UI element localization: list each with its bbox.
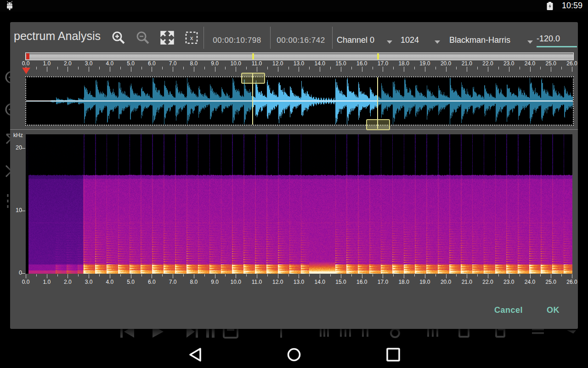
time-tick-label: 8.0 bbox=[190, 60, 198, 67]
time-tick-major bbox=[488, 274, 488, 278]
time-tick-label: 5.0 bbox=[127, 279, 135, 285]
time-tick-minor bbox=[225, 67, 226, 69]
time-tick-label: 6.0 bbox=[148, 279, 156, 285]
time-tick-minor bbox=[414, 67, 415, 69]
time-tick-major bbox=[194, 67, 194, 72]
selection-end-time[interactable]: 00:00:16:742 bbox=[271, 36, 331, 45]
time-tick-minor bbox=[267, 67, 268, 69]
playhead-marker[interactable] bbox=[22, 68, 30, 74]
time-tick-major bbox=[257, 67, 257, 72]
time-tick-label: 4.0 bbox=[106, 60, 114, 67]
time-tick-minor bbox=[288, 67, 289, 69]
time-tick-label: 24.0 bbox=[525, 279, 535, 285]
time-tick-minor bbox=[141, 67, 142, 69]
time-tick-major bbox=[47, 67, 47, 72]
zoom-out-icon[interactable] bbox=[135, 30, 151, 46]
recents-button[interactable] bbox=[385, 347, 401, 362]
time-tick-label: 7.0 bbox=[169, 60, 177, 67]
time-tick-label: 10.0 bbox=[231, 60, 241, 67]
scrollbar-position-marker[interactable] bbox=[26, 53, 29, 59]
time-tick-minor bbox=[561, 274, 562, 276]
time-tick-major bbox=[320, 67, 320, 72]
cancel-button[interactable]: Cancel bbox=[488, 302, 529, 318]
time-tick-major bbox=[320, 274, 320, 278]
time-tick-major bbox=[530, 67, 531, 72]
time-tick-minor bbox=[540, 67, 541, 69]
time-tick-label: 7.0 bbox=[169, 279, 177, 285]
waveform-canvas[interactable] bbox=[26, 77, 573, 125]
time-tick-major bbox=[467, 274, 467, 278]
time-tick-minor bbox=[225, 274, 226, 276]
zoom-fit-icon[interactable] bbox=[159, 30, 175, 46]
time-tick-label: 0.0 bbox=[22, 60, 30, 67]
time-tick-minor bbox=[351, 67, 352, 69]
freq-tick-mark bbox=[22, 211, 25, 211]
selection-start-handle[interactable] bbox=[241, 73, 265, 84]
chevron-down-icon[interactable] bbox=[435, 40, 440, 44]
time-tick-label: 13.0 bbox=[294, 279, 304, 285]
zoom-selection-icon[interactable]: x bbox=[184, 30, 199, 46]
screen: 10:59 bbox=[0, 0, 588, 368]
time-tick-label: 2.0 bbox=[64, 279, 72, 285]
zoom-in-icon[interactable] bbox=[111, 30, 126, 46]
time-tick-minor bbox=[393, 274, 394, 276]
selection-end-handle[interactable] bbox=[366, 119, 390, 130]
time-tick-minor bbox=[183, 67, 184, 69]
selection-start-time[interactable]: 00:00:10:798 bbox=[205, 36, 269, 45]
time-tick-label: 20.0 bbox=[441, 279, 451, 285]
spectrogram-canvas bbox=[26, 134, 572, 274]
home-button[interactable] bbox=[286, 347, 302, 362]
time-tick-label: 15.0 bbox=[335, 279, 346, 285]
time-tick-minor bbox=[99, 67, 100, 69]
android-bugdroid-icon bbox=[5, 1, 15, 11]
time-tick-major bbox=[341, 274, 341, 278]
fft-size-dropdown[interactable]: 1024 bbox=[401, 35, 419, 45]
time-tick-minor bbox=[393, 67, 394, 69]
scrollbar-selection-end-mark bbox=[377, 53, 379, 59]
time-tick-label: 13.0 bbox=[294, 60, 304, 67]
time-tick-label: 4.0 bbox=[106, 279, 114, 285]
db-floor-input[interactable]: -120.0 bbox=[537, 34, 577, 47]
time-tick-label: 18.0 bbox=[398, 60, 409, 67]
time-tick-minor bbox=[520, 67, 520, 69]
android-navigation-bar bbox=[0, 339, 588, 368]
time-tick-minor bbox=[36, 274, 37, 276]
time-tick-label: 16.0 bbox=[356, 279, 367, 285]
timeline-scrollbar[interactable] bbox=[25, 52, 574, 60]
time-tick-label: 9.0 bbox=[211, 60, 219, 67]
time-tick-label: 1.0 bbox=[43, 279, 51, 285]
time-tick-major bbox=[215, 274, 215, 278]
time-tick-major bbox=[404, 67, 404, 72]
back-button[interactable] bbox=[186, 347, 204, 362]
time-tick-label: 15.0 bbox=[335, 60, 346, 67]
time-tick-minor bbox=[141, 274, 142, 276]
waveform-panel[interactable] bbox=[25, 76, 574, 126]
time-tick-major bbox=[572, 274, 572, 278]
time-tick-major bbox=[404, 274, 404, 278]
ok-button[interactable]: OK bbox=[539, 302, 567, 318]
window-function-dropdown[interactable]: Blackman-Harris bbox=[449, 35, 510, 45]
freq-tick-mark bbox=[22, 273, 25, 274]
time-tick-minor bbox=[57, 67, 58, 69]
time-tick-label: 10.0 bbox=[231, 279, 241, 285]
time-tick-label: 3.0 bbox=[85, 279, 93, 285]
time-tick-minor bbox=[162, 274, 163, 276]
time-tick-major bbox=[131, 274, 131, 278]
freq-tick-label: 20 bbox=[10, 144, 22, 151]
chevron-down-icon[interactable] bbox=[387, 40, 392, 44]
status-bar: 10:59 bbox=[0, 0, 588, 12]
time-tick-major bbox=[257, 274, 257, 278]
time-tick-major bbox=[278, 67, 278, 72]
time-tick-major bbox=[278, 274, 278, 278]
time-tick-major bbox=[215, 67, 215, 72]
time-tick-minor bbox=[204, 67, 205, 69]
chevron-down-icon[interactable] bbox=[527, 40, 533, 44]
time-tick-minor bbox=[99, 274, 100, 276]
time-tick-label: 14.0 bbox=[315, 279, 325, 285]
time-tick-major bbox=[530, 274, 531, 278]
time-tick-minor bbox=[78, 274, 79, 276]
time-tick-major bbox=[110, 67, 110, 72]
freq-tick-label: 10 bbox=[10, 207, 22, 213]
channel-dropdown[interactable]: Channel 0 bbox=[337, 35, 374, 45]
time-tick-label: 25.0 bbox=[546, 279, 556, 285]
